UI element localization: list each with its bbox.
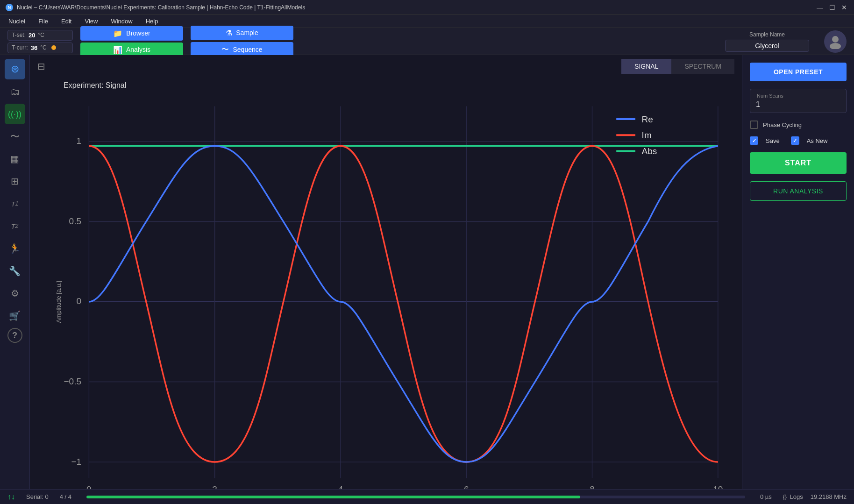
svg-text:1: 1 — [76, 136, 81, 146]
num-scans-label: Num Scans — [756, 93, 840, 99]
sample-name-group: Sample Name — [725, 31, 809, 52]
temp-curr-unit: °C — [40, 44, 46, 51]
svg-text:0: 0 — [76, 296, 81, 306]
user-avatar[interactable] — [824, 30, 847, 53]
sidebar-item-cart[interactable]: 🛒 — [5, 305, 25, 326]
save-row: Save As New — [750, 136, 847, 145]
temp-set-unit: °C — [38, 32, 44, 38]
num-scans-group: Num Scans — [750, 89, 847, 113]
sidebar-item-barchart[interactable]: ▦ — [5, 149, 25, 169]
svg-text:Re: Re — [642, 114, 653, 124]
temp-curr-value: 36 — [31, 44, 37, 51]
menu-help[interactable]: Help — [143, 17, 161, 26]
sample-icon: ⚗ — [226, 28, 232, 37]
save-checkbox[interactable] — [750, 136, 758, 145]
top-toolbar: T-set: 20 °C T-curr: 36 °C 📁 Browser 📊 A… — [0, 28, 854, 55]
as-new-label: As New — [807, 137, 828, 144]
frequency-status: 19.2188 MHz — [811, 493, 847, 500]
panel-toggle-icon[interactable]: ⊟ — [37, 61, 45, 72]
plot-tabs: ⊟ SIGNAL SPECTRUM — [30, 55, 742, 74]
browser-button[interactable]: 📁 Browser — [80, 26, 183, 41]
temp-set-row: T-set: 20 °C — [7, 30, 73, 41]
as-new-checkbox[interactable] — [791, 136, 799, 145]
sidebar-item-person[interactable]: 🏃 — [5, 238, 25, 259]
tab-signal[interactable]: SIGNAL — [621, 59, 671, 74]
svg-rect-2 — [64, 93, 731, 489]
sidebar-item-settings[interactable]: ⚙ — [5, 283, 25, 304]
sidebar-item-folder[interactable]: 🗂 — [5, 81, 25, 102]
sequence-icon: 〜 — [221, 45, 229, 55]
temperature-group: T-set: 20 °C T-curr: 36 °C — [7, 30, 73, 53]
temp-status-dot — [51, 45, 56, 50]
menu-file[interactable]: File — [36, 17, 51, 26]
status-bar: ↑↓ Serial: 0 4 / 4 0 µs {} Logs 19.2188 … — [0, 489, 854, 504]
sample-name-label: Sample Name — [749, 31, 785, 38]
browser-label: Browser — [126, 29, 150, 37]
chart-container: Experiment: Signal Amplitude [a.u.] — [30, 74, 742, 489]
tab-spectrum[interactable]: SPECTRUM — [671, 59, 734, 74]
svg-point-0 — [832, 36, 839, 43]
phase-cycling-label: Phase Cycling — [763, 121, 802, 128]
sequence-label: Sequence — [233, 46, 262, 53]
title-bar-left: N Nuclei – C:\Users\WAR\Documents\Nuclei… — [6, 4, 305, 11]
app-body: T-set: 20 °C T-curr: 36 °C 📁 Browser 📊 A… — [0, 28, 854, 504]
svg-text:8: 8 — [590, 484, 595, 489]
sidebar-item-nuclei[interactable]: ⊛ — [5, 59, 25, 79]
progress-label: 4 / 4 — [60, 493, 71, 500]
chart-inner: Amplitude [a.u.] — [64, 93, 731, 489]
sidebar-item-trend[interactable]: 〜 — [5, 126, 25, 147]
temp-set-value: 20 — [28, 32, 35, 39]
sidebar-item-t1[interactable]: T1 — [5, 193, 25, 214]
time-status: 0 µs — [760, 493, 772, 500]
title-bar: N Nuclei – C:\Users\WAR\Documents\Nuclei… — [0, 0, 854, 15]
analysis-button[interactable]: 📊 Analysis — [80, 43, 183, 57]
left-sidebar: ⊛ 🗂 ((·)) 〜 ▦ ⊞ T1 T2 🏃 🔧 ⚙ 🛒 ? — [0, 55, 30, 489]
sidebar-item-tools[interactable]: 🔧 — [5, 261, 25, 281]
progress-bar — [86, 496, 745, 498]
svg-text:Abs: Abs — [642, 146, 657, 156]
temp-curr-label: T-curr: — [12, 44, 28, 51]
sidebar-item-help[interactable]: ? — [7, 328, 22, 343]
menu-window[interactable]: Window — [108, 17, 135, 26]
menu-nuclei[interactable]: Nuclei — [6, 17, 28, 26]
chart-svg: 1 0.5 0 −0.5 −1 0 2 4 6 8 10 — [64, 93, 731, 489]
num-scans-input[interactable] — [756, 99, 840, 109]
y-axis-label: Amplitude [a.u.] — [55, 281, 62, 323]
phase-cycling-row: Phase Cycling — [750, 121, 847, 129]
svg-text:−1: −1 — [71, 456, 81, 466]
open-preset-button[interactable]: OPEN PRESET — [750, 63, 847, 81]
sample-button[interactable]: ⚗ Sample — [191, 26, 293, 40]
svg-text:0.5: 0.5 — [69, 216, 81, 226]
run-analysis-button[interactable]: RUN ANALYSIS — [750, 181, 847, 201]
progress-bar-fill — [86, 496, 580, 498]
sidebar-item-signal[interactable]: ((·)) — [5, 104, 25, 124]
browser-icon: 📁 — [113, 29, 122, 38]
logs-button[interactable]: {} Logs — [783, 493, 803, 500]
start-button[interactable]: START — [750, 152, 847, 174]
phase-cycling-checkbox[interactable] — [750, 121, 758, 129]
menu-edit[interactable]: Edit — [58, 17, 74, 26]
save-label: Save — [766, 137, 780, 144]
logs-braces-icon: {} — [783, 493, 787, 500]
minimize-button[interactable]: — — [816, 3, 824, 12]
menu-view[interactable]: View — [82, 17, 100, 26]
chart-title: Experiment: Signal — [64, 81, 731, 90]
svg-text:4: 4 — [338, 484, 343, 489]
right-panel: OPEN PRESET Num Scans Phase Cycling Save… — [742, 55, 854, 489]
svg-text:6: 6 — [464, 484, 469, 489]
sidebar-item-t2[interactable]: T2 — [5, 216, 25, 236]
sample-label: Sample — [236, 29, 258, 36]
sample-buttons: ⚗ Sample 〜 Sequence — [191, 26, 293, 57]
plot-tab-buttons: SIGNAL SPECTRUM — [621, 59, 734, 74]
svg-text:2: 2 — [212, 484, 217, 489]
plot-tab-left: ⊟ — [37, 61, 45, 72]
close-button[interactable]: ✕ — [840, 3, 848, 12]
status-right: {} Logs 19.2188 MHz — [783, 493, 847, 500]
svg-text:Im: Im — [642, 130, 652, 140]
sidebar-item-grid-add[interactable]: ⊞ — [5, 171, 25, 192]
window-title: Nuclei – C:\Users\WAR\Documents\Nuclei E… — [17, 4, 305, 11]
svg-text:10: 10 — [713, 484, 723, 489]
maximize-button[interactable]: ☐ — [828, 3, 836, 12]
serial-status: Serial: 0 — [26, 493, 49, 500]
sample-name-input[interactable] — [725, 40, 809, 52]
